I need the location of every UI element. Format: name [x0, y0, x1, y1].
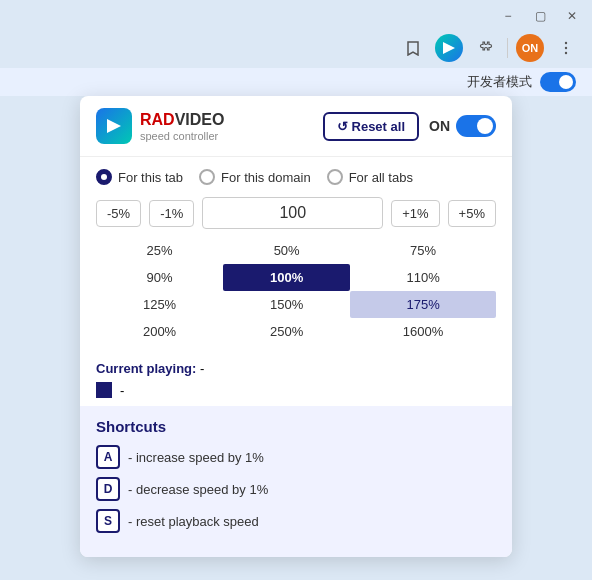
logo-video: VIDEO	[175, 111, 225, 128]
speed-option[interactable]: 75%	[350, 237, 496, 264]
browser-chrome: − ▢ ✕ ON	[0, 0, 592, 96]
speed-option[interactable]: 200%	[96, 318, 223, 345]
speed-option[interactable]: 175%	[350, 291, 496, 318]
maximize-button[interactable]: ▢	[532, 8, 548, 24]
title-bar: − ▢ ✕	[0, 0, 592, 28]
on-label: ON	[429, 118, 450, 134]
decrease-1-button[interactable]: -1%	[149, 200, 194, 227]
bookmark-icon[interactable]	[399, 34, 427, 62]
shortcuts-list: A- increase speed by 1%D- decrease speed…	[96, 445, 496, 533]
browser-toolbar: ON	[0, 28, 592, 68]
radvideo-extension-icon[interactable]	[435, 34, 463, 62]
shortcut-item: S- reset playback speed	[96, 509, 496, 533]
logo-icon	[96, 108, 132, 144]
speed-option[interactable]: 250%	[223, 318, 350, 345]
increase-1-button[interactable]: +1%	[391, 200, 439, 227]
header-controls: ↺ Reset all ON	[323, 112, 496, 141]
speed-option[interactable]: 1600%	[350, 318, 496, 345]
radio-this-domain[interactable]	[199, 169, 215, 185]
speed-option[interactable]: 150%	[223, 291, 350, 318]
radio-all-tabs[interactable]	[327, 169, 343, 185]
svg-point-1	[565, 47, 567, 49]
speed-table: 25%50%75%90%100%110%125%150%175%200%250%…	[96, 237, 496, 345]
shortcut-description: - increase speed by 1%	[128, 450, 264, 465]
speed-option[interactable]: 110%	[350, 264, 496, 291]
decrease-5-button[interactable]: -5%	[96, 200, 141, 227]
power-toggle[interactable]	[456, 115, 496, 137]
speed-grid: 25%50%75%90%100%110%125%150%175%200%250%…	[80, 237, 512, 353]
tab-this-tab[interactable]: For this tab	[96, 169, 183, 185]
tab-this-domain-label: For this domain	[221, 170, 311, 185]
toolbar-divider	[507, 38, 508, 58]
speed-option[interactable]: 50%	[223, 237, 350, 264]
logo-title: RADVIDEO	[140, 110, 224, 129]
current-playing-label: Current playing:	[96, 361, 196, 376]
speed-option[interactable]: 125%	[96, 291, 223, 318]
shortcut-item: A- increase speed by 1%	[96, 445, 496, 469]
user-avatar[interactable]: ON	[516, 34, 544, 62]
speed-display: 100	[202, 197, 383, 229]
minimize-button[interactable]: −	[500, 8, 516, 24]
current-playing: Current playing: - -	[80, 353, 512, 406]
shortcuts-section: Shortcuts A- increase speed by 1%D- decr…	[80, 406, 512, 557]
close-button[interactable]: ✕	[564, 8, 580, 24]
svg-point-2	[565, 52, 567, 54]
shortcut-description: - decrease speed by 1%	[128, 482, 268, 497]
shortcut-key: S	[96, 509, 120, 533]
tab-this-domain[interactable]: For this domain	[199, 169, 311, 185]
speed-controls: -5% -1% 100 +1% +5%	[80, 193, 512, 237]
dev-mode-bar: 开发者模式	[0, 68, 592, 96]
logo-rad: RAD	[140, 111, 175, 128]
tab-this-tab-label: For this tab	[118, 170, 183, 185]
speed-option[interactable]: 90%	[96, 264, 223, 291]
chrome-menu-icon[interactable]	[552, 34, 580, 62]
dev-mode-toggle[interactable]	[540, 72, 576, 92]
speed-option[interactable]: 25%	[96, 237, 223, 264]
logo-subtitle: speed controller	[140, 130, 224, 142]
color-value: -	[120, 383, 124, 398]
tab-all-tabs[interactable]: For all tabs	[327, 169, 413, 185]
shortcut-key: A	[96, 445, 120, 469]
dev-mode-label: 开发者模式	[467, 73, 532, 91]
tab-all-tabs-label: For all tabs	[349, 170, 413, 185]
logo-text: RADVIDEO speed controller	[140, 110, 224, 141]
tab-selector: For this tab For this domain For all tab…	[80, 157, 512, 193]
shortcut-description: - reset playback speed	[128, 514, 259, 529]
svg-point-0	[565, 42, 567, 44]
logo-area: RADVIDEO speed controller	[96, 108, 224, 144]
increase-5-button[interactable]: +5%	[448, 200, 496, 227]
popup-header: RADVIDEO speed controller ↺ Reset all ON	[80, 96, 512, 157]
color-indicator	[96, 382, 112, 398]
shortcuts-title: Shortcuts	[96, 418, 496, 435]
extension-popup: RADVIDEO speed controller ↺ Reset all ON…	[80, 96, 512, 557]
reset-all-button[interactable]: ↺ Reset all	[323, 112, 419, 141]
radio-this-tab[interactable]	[96, 169, 112, 185]
current-playing-value: -	[200, 361, 204, 376]
shortcut-key: D	[96, 477, 120, 501]
extensions-icon[interactable]	[471, 34, 499, 62]
speed-option[interactable]: 100%	[223, 264, 350, 291]
shortcut-item: D- decrease speed by 1%	[96, 477, 496, 501]
on-toggle-area: ON	[429, 115, 496, 137]
